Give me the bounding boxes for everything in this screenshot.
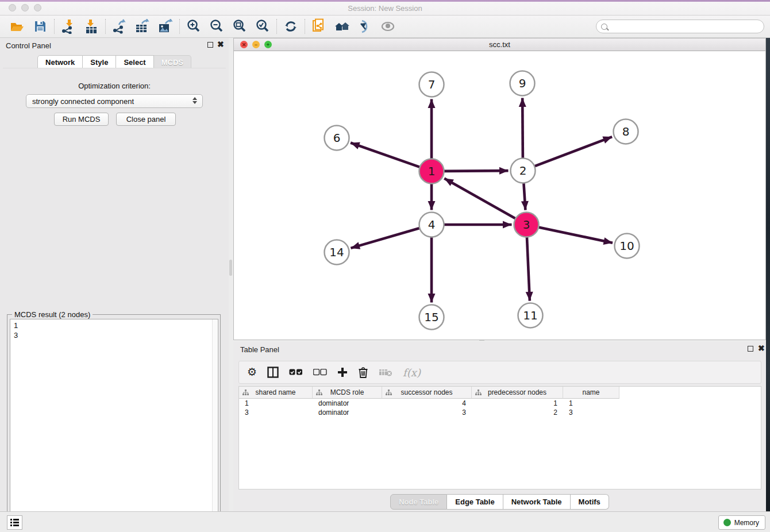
column-header-MCDS-role[interactable]: MCDS role	[313, 387, 382, 399]
table-row[interactable]: 1dominator411	[239, 399, 761, 408]
add-column-button[interactable]	[337, 365, 348, 380]
column-header-name[interactable]: name	[563, 387, 619, 399]
node-14[interactable]: 14	[325, 240, 349, 265]
result-scrollbar[interactable]	[212, 319, 217, 530]
node-3[interactable]: 3	[514, 213, 539, 237]
table-row[interactable]: 3dominator323	[239, 408, 761, 417]
node-table[interactable]: shared nameMCDS rolesuccessor nodesprede…	[238, 386, 761, 489]
table-tabs: Node TableEdge TableNetwork TableMotifs	[233, 494, 766, 510]
node-1[interactable]: 1	[419, 159, 444, 184]
toolbar-separator	[305, 19, 305, 34]
zoom-in-button[interactable]	[182, 17, 205, 36]
mcds-result-group: MCDS result (2 nodes) 1 3	[7, 314, 221, 532]
mcds-result-title: MCDS result (2 nodes)	[12, 310, 93, 319]
node-6[interactable]: 6	[325, 126, 349, 151]
edge-3-11[interactable]	[527, 237, 530, 300]
node-10[interactable]: 10	[615, 234, 640, 259]
close-table-panel-icon[interactable]: ✖	[758, 344, 765, 352]
node-2[interactable]: 2	[511, 159, 536, 183]
svg-text:9: 9	[519, 76, 526, 90]
tab-edge-table[interactable]: Edge Table	[447, 494, 503, 510]
node-table-header: shared nameMCDS rolesuccessor nodesprede…	[239, 387, 761, 399]
edge-4-14[interactable]	[351, 228, 419, 248]
network-canvas[interactable]: 7968124314101511	[234, 51, 765, 340]
select-all-button[interactable]	[289, 365, 303, 380]
cell-MCDS-role: dominator	[313, 399, 382, 408]
edge-1-6[interactable]	[351, 142, 420, 167]
edge-2-8[interactable]	[534, 137, 612, 166]
import-network-button[interactable]	[57, 17, 80, 36]
run-mcds-button[interactable]: Run MCDS	[54, 113, 109, 126]
columns-button[interactable]	[267, 365, 279, 380]
tab-network-table[interactable]: Network Table	[503, 494, 571, 510]
new-network-from-selection-button[interactable]	[307, 17, 330, 36]
cell-successor-nodes: 3	[382, 408, 472, 417]
save-session-icon	[33, 20, 47, 33]
memory-button[interactable]: Memory	[718, 515, 765, 530]
hide-selected-button[interactable]	[353, 17, 376, 36]
export-network-button[interactable]	[108, 17, 131, 36]
svg-text:14: 14	[329, 245, 344, 259]
svg-text:2: 2	[519, 164, 527, 178]
node-11[interactable]: 11	[518, 303, 543, 328]
memory-status-icon	[723, 519, 731, 526]
column-header-successor-nodes[interactable]: successor nodes	[382, 387, 472, 399]
edge-3-1[interactable]	[444, 179, 515, 219]
edge-3-10[interactable]	[538, 227, 613, 242]
edge-2-3[interactable]	[523, 183, 525, 210]
node-15[interactable]: 15	[419, 305, 444, 330]
search-input[interactable]	[610, 21, 764, 32]
column-header-predecessor-nodes[interactable]: predecessor nodes	[472, 387, 563, 399]
delete-table-button[interactable]	[379, 365, 392, 380]
column-header-shared-name[interactable]: shared name	[239, 387, 313, 399]
gear-button[interactable]: ⚙	[247, 365, 257, 380]
zoom-out-icon	[209, 19, 224, 34]
svg-text:8: 8	[622, 125, 630, 138]
close-panel-button[interactable]: Close panel	[116, 113, 176, 126]
zoom-selected-button[interactable]	[251, 17, 274, 36]
node-8[interactable]: 8	[614, 119, 638, 144]
apply-layout-button[interactable]	[279, 17, 302, 36]
deselect-all-button[interactable]	[313, 365, 327, 380]
cell-shared-name: 3	[239, 408, 313, 417]
network-window-titlebar: ✕ − + scc.txt	[234, 38, 765, 51]
network-window-title: scc.txt	[234, 40, 765, 49]
export-table-button[interactable]	[131, 17, 154, 36]
svg-text:7: 7	[428, 78, 436, 91]
columns-icon	[267, 367, 279, 378]
hierarchy-icon	[242, 390, 249, 396]
import-table-button[interactable]	[80, 17, 103, 36]
save-session-button[interactable]	[29, 17, 52, 36]
edge-2-9[interactable]	[522, 98, 523, 158]
deselect-all-icon	[313, 369, 327, 376]
close-panel-icon[interactable]: ✖	[217, 40, 224, 48]
network-graph: 7968124314101511	[234, 51, 765, 340]
node-7[interactable]: 7	[419, 72, 444, 97]
show-all-button[interactable]	[376, 17, 399, 36]
search-field[interactable]	[596, 20, 764, 33]
float-panel-icon[interactable]	[207, 42, 213, 48]
zoom-fit-button[interactable]	[228, 17, 251, 36]
node-9[interactable]: 9	[510, 71, 535, 96]
function-builder-button[interactable]: f(x)	[403, 365, 421, 380]
zoom-fit-icon	[232, 19, 247, 34]
control-panel-header: Control Panel ✖	[0, 38, 229, 53]
criterion-select[interactable]: strongly connected component	[26, 94, 203, 108]
console-button[interactable]	[7, 515, 22, 530]
cell-successor-nodes: 4	[382, 399, 472, 408]
toolbar-separator	[54, 19, 55, 34]
tab-motifs[interactable]: Motifs	[571, 494, 609, 510]
mcds-result-list[interactable]: 1 3	[10, 319, 218, 530]
export-image-button[interactable]	[154, 17, 177, 36]
delete-table-icon	[379, 368, 392, 377]
edge-1-2[interactable]	[444, 171, 508, 171]
zoom-out-button[interactable]	[205, 17, 228, 36]
tab-node-table[interactable]: Node Table	[390, 494, 447, 510]
open-session-button[interactable]	[6, 17, 29, 36]
node-4[interactable]: 4	[419, 213, 444, 237]
first-neighbors-button[interactable]	[330, 17, 353, 36]
float-table-panel-icon[interactable]	[748, 346, 753, 352]
window-titlebar: Session: New Session	[0, 0, 770, 16]
delete-button[interactable]	[358, 365, 368, 380]
vertical-splitter-handle[interactable]	[229, 260, 232, 276]
